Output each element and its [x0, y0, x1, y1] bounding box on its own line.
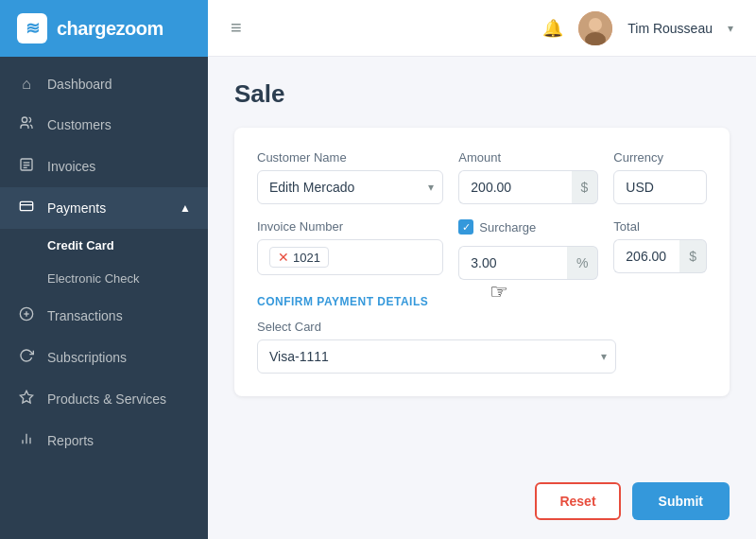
sidebar-item-label: Payments — [47, 200, 106, 216]
sidebar-item-products[interactable]: Products & Services — [0, 378, 208, 420]
surcharge-suffix-icon: % — [567, 246, 598, 280]
logo-area: ≋ chargezoom — [0, 0, 208, 57]
sidebar-sub-label: Credit Card — [47, 238, 114, 252]
page-content: Sale Customer Name Edith Mercado ▾ Amoun… — [208, 57, 756, 482]
confirm-section-title: CONFIRM PAYMENT DETAILS — [257, 295, 707, 308]
surcharge-input-wrapper: % — [458, 246, 598, 280]
currency-group: Currency — [613, 150, 707, 204]
sidebar-item-payments[interactable]: Payments ▲ — [0, 187, 208, 229]
tag-value: 1021 — [293, 251, 320, 265]
invoice-tag: ✕ 1021 — [269, 247, 329, 268]
sidebar-item-invoices[interactable]: Invoices — [0, 146, 208, 187]
svg-rect-5 — [20, 201, 32, 210]
select-card-wrapper: Visa-1111 ▾ — [257, 339, 616, 374]
products-icon — [17, 390, 36, 409]
form-row-2: Invoice Number ✕ 1021 ✓ Surcharge — [257, 219, 707, 280]
amount-group: Amount $ — [458, 150, 598, 204]
customer-name-select-wrapper: Edith Mercado ▾ — [257, 170, 443, 204]
main-area: ≡ 🔔 Tim Rousseau ▾ Sale Customer Name — [208, 0, 756, 539]
subscriptions-icon — [17, 348, 36, 367]
svg-point-15 — [589, 18, 602, 31]
currency-input[interactable] — [613, 170, 707, 204]
currency-label: Currency — [613, 150, 707, 165]
svg-point-0 — [22, 117, 26, 122]
top-header: ≡ 🔔 Tim Rousseau ▾ — [208, 0, 756, 57]
sidebar-sub-label: Electronic Check — [47, 271, 140, 286]
sidebar-item-label: Subscriptions — [47, 350, 127, 365]
chevron-up-icon: ▲ — [180, 201, 191, 215]
surcharge-group: ✓ Surcharge % — [458, 219, 598, 280]
invoices-icon — [17, 157, 36, 176]
logo-text: chargezoom — [57, 18, 163, 40]
surcharge-label-row: ✓ Surcharge — [458, 219, 598, 235]
sidebar: ≋ chargezoom ⌂ Dashboard Customers Invoi… — [0, 0, 208, 539]
payments-icon — [17, 199, 36, 217]
hamburger-icon[interactable]: ≡ — [231, 17, 242, 39]
logo-icon: ≋ — [17, 13, 47, 43]
notification-bell-icon[interactable]: 🔔 — [542, 18, 563, 39]
transactions-icon — [17, 306, 36, 325]
invoice-tag-input[interactable]: ✕ 1021 — [257, 239, 443, 275]
chevron-down-icon[interactable]: ▾ — [728, 22, 733, 35]
sidebar-item-label: Customers — [47, 117, 112, 132]
dashboard-icon: ⌂ — [17, 76, 36, 93]
surcharge-input[interactable] — [458, 246, 567, 280]
customer-name-label: Customer Name — [257, 150, 443, 165]
sidebar-item-label: Invoices — [47, 159, 95, 174]
total-input-wrapper: $ — [613, 239, 707, 273]
submit-button[interactable]: Submit — [632, 482, 730, 520]
total-label: Total — [613, 219, 707, 234]
user-name: Tim Rousseau — [627, 21, 713, 36]
header-right: 🔔 Tim Rousseau ▾ — [542, 11, 733, 45]
sidebar-item-label: Transactions — [47, 308, 123, 323]
customer-name-select[interactable]: Edith Mercado — [257, 170, 443, 204]
sidebar-item-electronic-check[interactable]: Electronic Check — [0, 262, 208, 295]
amount-input[interactable] — [458, 170, 571, 204]
amount-suffix-icon: $ — [572, 170, 599, 204]
sidebar-item-subscriptions[interactable]: Subscriptions — [0, 337, 208, 378]
surcharge-label: Surcharge — [479, 220, 536, 235]
total-group: Total $ — [613, 219, 707, 273]
sidebar-item-label: Products & Services — [47, 391, 166, 407]
reset-button[interactable]: Reset — [535, 482, 620, 520]
svg-marker-10 — [20, 391, 32, 403]
invoice-label: Invoice Number — [257, 219, 443, 234]
sidebar-nav: ⌂ Dashboard Customers Invoices Payments … — [0, 57, 208, 539]
tag-remove-icon[interactable]: ✕ — [278, 250, 289, 265]
total-suffix-icon: $ — [679, 239, 707, 273]
total-input[interactable] — [613, 239, 679, 273]
sidebar-item-dashboard[interactable]: ⌂ Dashboard — [0, 64, 208, 104]
select-card-label: Select Card — [257, 320, 616, 334]
sidebar-item-credit-card[interactable]: Credit Card — [0, 229, 208, 262]
invoice-group: Invoice Number ✕ 1021 — [257, 219, 443, 275]
checkmark-icon: ✓ — [462, 221, 471, 234]
sidebar-item-reports[interactable]: Reports — [0, 420, 208, 461]
surcharge-checkbox[interactable]: ✓ — [458, 219, 473, 235]
reports-icon — [17, 431, 36, 450]
customer-name-group: Customer Name Edith Mercado ▾ — [257, 150, 443, 204]
page-footer: Reset Submit — [208, 482, 756, 539]
sidebar-item-label: Reports — [47, 433, 94, 448]
form-row-1: Customer Name Edith Mercado ▾ Amount $ — [257, 150, 707, 204]
amount-label: Amount — [458, 150, 598, 165]
page-title: Sale — [234, 79, 730, 109]
select-card-dropdown[interactable]: Visa-1111 — [257, 339, 616, 374]
sidebar-item-label: Dashboard — [47, 77, 112, 92]
sidebar-item-transactions[interactable]: Transactions — [0, 295, 208, 337]
avatar — [578, 11, 612, 45]
amount-input-wrapper: $ — [458, 170, 598, 204]
customers-icon — [17, 115, 36, 134]
select-card-group: Select Card Visa-1111 ▾ — [257, 320, 616, 374]
sidebar-item-customers[interactable]: Customers — [0, 104, 208, 146]
sale-form-card: Customer Name Edith Mercado ▾ Amount $ — [234, 128, 730, 396]
